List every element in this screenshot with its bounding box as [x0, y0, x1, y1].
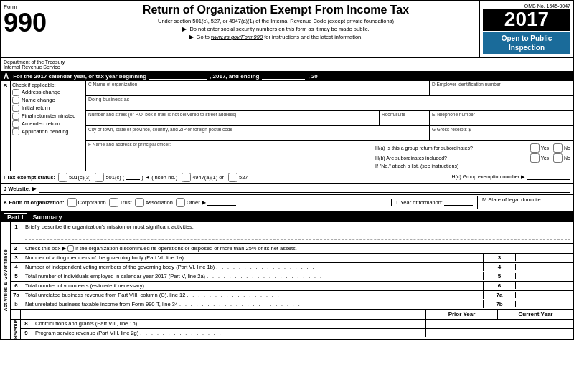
- line6-text: Total number of volunteers (estimate if …: [22, 282, 484, 290]
- line1-row: 1 Briefly describe the organization's mi…: [11, 222, 573, 244]
- part1-title: Summary: [33, 214, 62, 221]
- label-initial-return: Initial return: [22, 105, 50, 111]
- rev-empty-header: [21, 310, 426, 319]
- hc-label-i: H(c) Group exemption number ▶: [452, 174, 524, 180]
- line4-num: 4: [11, 264, 22, 270]
- field-h: H(a) Is this a group return for subordin…: [372, 141, 573, 171]
- line7b-row: b Net unrelated business taxable income …: [11, 300, 573, 310]
- field-dba-input[interactable]: [86, 102, 573, 110]
- line5-ref: 5: [484, 273, 516, 279]
- line7b-num: b: [11, 301, 22, 307]
- checkbox-initial-return[interactable]: [12, 105, 19, 112]
- checkbox-527[interactable]: [228, 173, 237, 182]
- field-room-input[interactable]: [380, 118, 429, 125]
- checkbox-line2[interactable]: [67, 245, 74, 252]
- hb-row: H(b) Are subordinates included? Yes No: [375, 153, 570, 163]
- line6-num: 6: [11, 282, 22, 289]
- state-domicile-input[interactable]: [482, 204, 525, 209]
- option-corp: Corporation: [67, 198, 106, 207]
- line1-input-area[interactable]: [25, 231, 570, 240]
- ha-no: No: [564, 145, 570, 150]
- field-street-input[interactable]: [86, 118, 379, 125]
- revenue-header-row: Prior Year Current Year: [11, 310, 573, 320]
- line4-text: Number of independent voting members of …: [22, 263, 484, 271]
- line6-row: 6 Total number of volunteers (estimate i…: [11, 282, 573, 291]
- checkbox-other[interactable]: [176, 198, 185, 207]
- check-name-change[interactable]: Name change: [12, 97, 84, 104]
- insert-no-input[interactable]: [126, 174, 140, 180]
- line6-dots: . . . . . . . . . . . . . . . . . . . . …: [146, 283, 480, 288]
- line1-text: Briefly describe the organization's miss…: [22, 222, 573, 243]
- part1-header: Part I Summary: [1, 212, 573, 222]
- ha-row: H(a) Is this a group return for subordin…: [375, 143, 570, 153]
- checkbox-pending[interactable]: [12, 128, 19, 135]
- line3-text-content: Number of voting members of the governin…: [25, 254, 184, 261]
- line7b-dots: . . . . . . . . . . . . . . . . . . . . …: [179, 302, 480, 307]
- subtitle2-text: Do not enter social security numbers on …: [189, 26, 369, 32]
- row-street: Number and street (or P.O. box if mail i…: [86, 111, 573, 126]
- line7a-num: 7a: [11, 292, 22, 298]
- website-input[interactable]: [39, 186, 570, 193]
- line7b-text: Net unrelated business taxable income fr…: [22, 300, 484, 308]
- part1-label: Part I: [4, 213, 27, 221]
- check-final-return[interactable]: Final return/terminated: [12, 113, 84, 120]
- row-j: J Website: ▶: [1, 184, 573, 195]
- row-cd: C Name of organization D Employer identi…: [86, 81, 573, 96]
- section-a-middle: , 2017, and ending: [210, 73, 259, 80]
- form-container: Form 990 Return of Organization Exempt F…: [0, 0, 574, 340]
- field-city-input[interactable]: [86, 133, 429, 140]
- field-g-label: G Gross receipts $: [430, 126, 573, 133]
- line5-num: 5: [11, 273, 22, 279]
- prior-year-header: Prior Year: [426, 310, 498, 319]
- checkbox-address-change[interactable]: [12, 89, 19, 96]
- check-amended[interactable]: Amended return: [12, 120, 84, 128]
- field-c-input[interactable]: [86, 87, 429, 95]
- line5-row: 5 Total number of individuals employed i…: [11, 272, 573, 282]
- hc-input[interactable]: [527, 174, 570, 180]
- subtitle1: Under section 501(c), 527, or 4947(a)(1)…: [78, 18, 474, 24]
- checkbox-501c3[interactable]: [58, 173, 67, 182]
- hb-no: No: [564, 156, 570, 161]
- revenue-sidebar: Revenue: [11, 320, 21, 339]
- checkbox-ha-yes[interactable]: [530, 143, 540, 153]
- check-address-change[interactable]: Address change: [12, 89, 84, 96]
- line3-num: 3: [11, 254, 22, 261]
- main-body: Activities & Governance 1 Briefly descri…: [1, 222, 573, 339]
- field-f-input[interactable]: [86, 148, 372, 162]
- dept-info: Department of the TreasuryInternal Reven…: [4, 59, 570, 70]
- year-formation-input[interactable]: [444, 200, 473, 206]
- row-dba: Doing business as: [86, 96, 573, 111]
- checkbox-amended[interactable]: [12, 120, 19, 128]
- checkbox-corp[interactable]: [67, 198, 77, 207]
- checkbox-trust[interactable]: [109, 198, 118, 207]
- row-k: K Form of organization: Corporation Trus…: [1, 195, 573, 212]
- checkbox-501c[interactable]: [95, 173, 104, 182]
- section-b-label: B: [1, 81, 11, 171]
- check-items-area: Check if applicable: Address change Name…: [11, 81, 86, 171]
- other-input[interactable]: [207, 200, 236, 206]
- checkbox-ha-no[interactable]: [553, 143, 563, 153]
- checkbox-4947[interactable]: [182, 173, 191, 182]
- field-g-input[interactable]: [430, 133, 573, 140]
- checkbox-final-return[interactable]: [12, 113, 19, 120]
- line3-dots: . . . . . . . . . . . . . . . . . . . . …: [185, 255, 480, 260]
- checkbox-assoc[interactable]: [135, 198, 144, 207]
- row-i: I Tax-exempt status: 501(c)(3) 501(c) ( …: [1, 171, 573, 184]
- line4-dots: . . . . . . . . . . . . . . . . . .: [216, 264, 480, 269]
- m-label: M State of legal domicile:: [482, 196, 542, 203]
- checkbox-name-change[interactable]: [12, 97, 19, 104]
- field-e-input[interactable]: [430, 118, 573, 125]
- line8-dots: . . . . . . . . . . . . . .: [138, 321, 423, 326]
- check-pending[interactable]: Application pending: [12, 128, 84, 135]
- check-initial-return[interactable]: Initial return: [12, 105, 84, 112]
- line6-ref: 6: [484, 282, 516, 289]
- field-d-input[interactable]: [430, 87, 573, 95]
- checkbox-hb-no[interactable]: [553, 153, 563, 163]
- field-city: City or town, state or province, country…: [86, 126, 430, 140]
- line7a-text: Total unrelated business revenue from Pa…: [22, 291, 484, 299]
- field-f: F Name and address of principal officer:: [86, 141, 372, 171]
- line5-text: Total number of individuals employed in …: [22, 272, 484, 280]
- field-room-label: Room/suite: [380, 111, 429, 118]
- checkbox-hb-yes[interactable]: [530, 153, 540, 163]
- line7a-text-content: Total unrelated business revenue from Pa…: [25, 292, 185, 298]
